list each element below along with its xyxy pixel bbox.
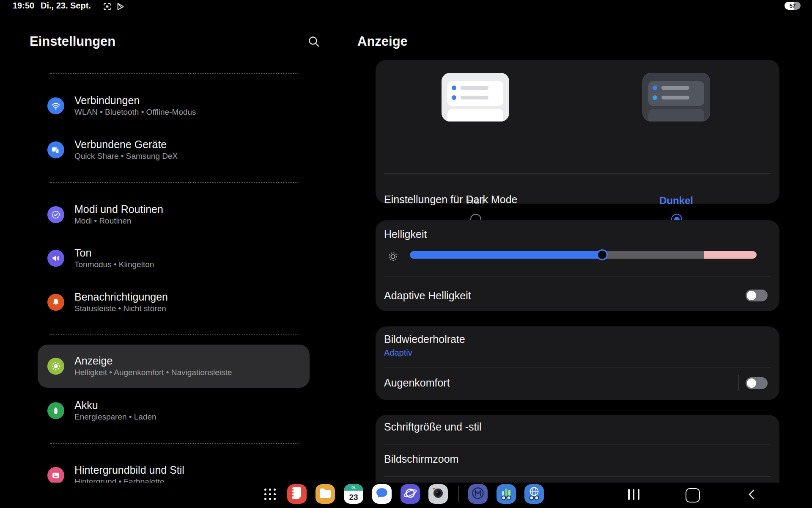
- network-globe-glasses-icon: [524, 484, 544, 504]
- dark-mode-settings-row[interactable]: Einstellungen für Dark Mode: [384, 184, 771, 215]
- m-logo-icon: [468, 484, 488, 504]
- calendar-app[interactable]: DI. 23: [344, 484, 363, 504]
- messages-app[interactable]: [372, 484, 392, 504]
- home-button[interactable]: [686, 483, 700, 508]
- refresh-rate-card: Bildwiederholrate Adaptiv Augenkomfort: [376, 326, 779, 400]
- back-chevron-icon: [746, 488, 757, 502]
- refresh-rate-value: Adaptiv: [384, 348, 412, 358]
- card-divider: [384, 173, 771, 174]
- dark-mode-thumbnail[interactable]: [642, 73, 710, 121]
- home-icon: [686, 488, 700, 502]
- light-mode-thumbnail[interactable]: [442, 73, 509, 121]
- recents-button[interactable]: [628, 483, 639, 508]
- adaptive-brightness-label: Adaptive Helligkeit: [384, 290, 471, 302]
- sidebar-item-anzeige[interactable]: Anzeige Helligkeit • Augenkomfort • Navi…: [38, 345, 310, 388]
- status-date: Di., 23. Sept.: [41, 1, 91, 11]
- samsung-notes-app[interactable]: [287, 484, 307, 504]
- font-size-row[interactable]: Schriftgröße und -stil: [384, 421, 482, 433]
- analytics-app[interactable]: [497, 484, 516, 504]
- row-separator: [738, 375, 739, 391]
- sidebar-item-label: Ton: [74, 246, 154, 259]
- sidebar-item-ton[interactable]: Ton Tonmodus • Klingelton: [0, 246, 357, 270]
- sound-icon: [47, 250, 64, 267]
- network-app[interactable]: [524, 484, 544, 504]
- eye-comfort-label[interactable]: Augenkomfort: [384, 377, 450, 389]
- sidebar-item-subtitle: Modi • Routinen: [74, 215, 163, 226]
- brightness-sun-icon: [387, 251, 398, 264]
- brightness-card: Helligkeit Adaptive Helligkeit: [376, 220, 779, 311]
- calendar-icon: DI. 23: [344, 484, 363, 504]
- dock-separator: [458, 486, 459, 502]
- wallpaper-icon: [47, 467, 64, 484]
- back-button[interactable]: [746, 483, 757, 508]
- display-mode-card: Hell Dunkel Einstellungen für Dark Mode: [376, 60, 779, 204]
- bar-chart-glasses-icon: [497, 484, 516, 504]
- sidebar-item-modi-routinen[interactable]: Modi und Routinen Modi • Routinen: [0, 203, 357, 226]
- my-files-app[interactable]: [315, 484, 335, 504]
- sidebar-item-verbundene-geraete[interactable]: Verbundene Geräte Quick Share • Samsung …: [0, 138, 357, 162]
- brightness-slider[interactable]: [410, 251, 757, 259]
- camera-icon: [428, 484, 448, 504]
- notes-icon: [287, 484, 307, 504]
- battery-icon: [47, 402, 64, 419]
- card-divider: [384, 276, 771, 277]
- brightness-slider-thumb[interactable]: [597, 249, 608, 260]
- sidebar-item-label: Hintergrundbild und Stil: [74, 464, 184, 476]
- wifi-icon: [47, 97, 64, 114]
- sidebar-divider: [50, 334, 299, 335]
- folder-icon: [315, 484, 335, 504]
- samsung-settings-screen: 19:50 Di., 23. Sept. 57 Einstellungen: [0, 0, 812, 508]
- sidebar-divider: [50, 443, 299, 444]
- play-store-icon: [116, 2, 125, 13]
- modes-routines-icon: [47, 206, 64, 223]
- card-divider: [384, 367, 771, 368]
- chat-bubble-icon: [372, 484, 392, 504]
- sidebar-item-label: Anzeige: [74, 354, 232, 367]
- sidebar-item-label: Verbindungen: [74, 94, 196, 107]
- recents-icon: [628, 489, 639, 502]
- app-drawer-button[interactable]: [260, 484, 280, 504]
- sidebar-item-label: Modi und Routinen: [74, 203, 163, 215]
- font-card: Schriftgröße und -stil Bildschirmzoom: [376, 415, 779, 483]
- bell-icon: [47, 294, 64, 311]
- sidebar-item-label: Benachrichtigungen: [74, 290, 168, 303]
- screen-zoom-row[interactable]: Bildschirmzoom: [384, 453, 458, 465]
- page-title: Anzeige: [357, 34, 408, 49]
- status-time: 19:50: [13, 1, 34, 11]
- m-app[interactable]: [468, 484, 488, 504]
- search-button[interactable]: [307, 35, 321, 48]
- sidebar-item-benachrichtigungen[interactable]: Benachrichtigungen Statusleiste • Nicht …: [0, 290, 357, 314]
- camera-app[interactable]: [428, 484, 448, 504]
- sidebar-item-verbindungen[interactable]: Verbindungen WLAN • Bluetooth • Offline-…: [0, 94, 357, 118]
- planet-icon: [401, 484, 420, 504]
- sidebar-item-label: Akku: [74, 399, 156, 411]
- brightness-label: Helligkeit: [384, 228, 427, 240]
- eye-comfort-toggle[interactable]: [746, 377, 768, 389]
- display-sun-icon: [47, 358, 64, 375]
- settings-title: Einstellungen: [30, 34, 115, 49]
- sidebar-item-subtitle: Energiesparen • Laden: [74, 411, 156, 422]
- taskbar: DI. 23: [0, 483, 812, 508]
- refresh-rate-row[interactable]: Bildwiederholrate: [384, 333, 465, 345]
- adaptive-brightness-toggle[interactable]: [746, 290, 768, 301]
- search-icon: [307, 42, 321, 50]
- devices-icon: [47, 141, 64, 158]
- sidebar-item-subtitle: Quick Share • Samsung DeX: [74, 151, 178, 162]
- sidebar-item-subtitle: Statusleiste • Nicht stören: [74, 303, 168, 314]
- battery-indicator: 57: [785, 2, 801, 10]
- screenshot-icon: [103, 2, 112, 13]
- sidebar-item-akku[interactable]: Akku Energiesparen • Laden: [0, 399, 357, 422]
- sidebar-item-subtitle: Tonmodus • Klingelton: [74, 259, 154, 270]
- card-divider: [384, 476, 771, 477]
- sidebar-item-subtitle: Helligkeit • Augenkomfort • Navigationsl…: [74, 367, 232, 378]
- sidebar-item-label: Verbundene Geräte: [74, 138, 178, 151]
- samsung-internet-app[interactable]: [401, 484, 420, 504]
- card-divider: [384, 444, 771, 444]
- sidebar-divider: [50, 182, 299, 183]
- app-drawer-icon: [264, 489, 276, 500]
- sidebar-item-subtitle: WLAN • Bluetooth • Offline-Modus: [74, 107, 196, 118]
- sidebar-divider: [50, 73, 299, 74]
